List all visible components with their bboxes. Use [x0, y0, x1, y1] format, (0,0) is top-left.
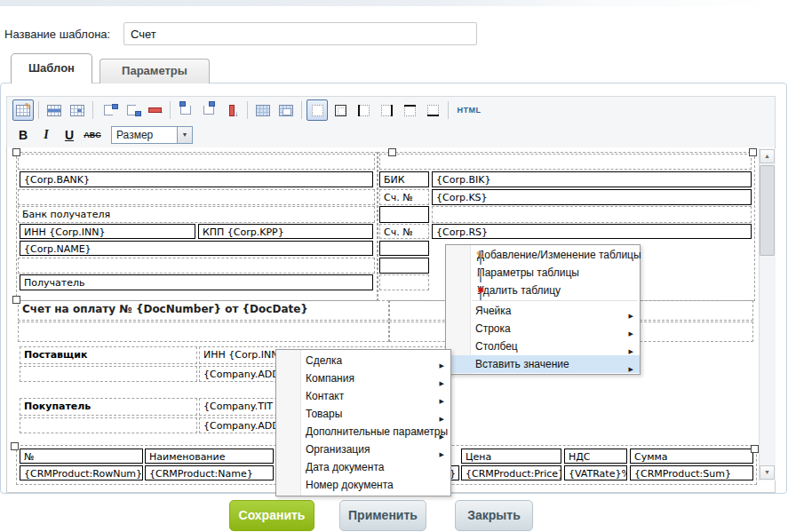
menu-item-insert-value[interactable]: Вставить значение ▶ — [446, 355, 640, 373]
corp-bik-cell[interactable]: {Corp.BIK} — [432, 171, 752, 187]
product-rownum-cell[interactable]: {CRMProduct:RowNum} — [20, 465, 143, 480]
bold-button[interactable]: B — [12, 124, 34, 146]
insert-column-after-button[interactable] — [198, 99, 219, 121]
corp-rs-cell[interactable]: {Corp.RS} — [432, 224, 752, 239]
tab-template[interactable]: Шаблон — [11, 53, 92, 83]
product-name-cell[interactable]: {CRMProduct:Name} — [145, 465, 274, 480]
editor-scrollbar-thumb[interactable] — [760, 165, 775, 256]
menu-item-contact[interactable]: Контакт ▶ — [276, 387, 450, 405]
split-cells-button[interactable] — [252, 99, 274, 121]
empty-cell[interactable] — [379, 241, 429, 256]
toolbar-separator — [247, 101, 248, 119]
menu-item-products[interactable]: Товары ▶ — [276, 405, 450, 423]
ks-label-cell[interactable]: Сч. № — [379, 189, 429, 205]
border-right-button[interactable] — [376, 99, 397, 121]
menu-item-delete-table[interactable]: ✱ Удалить таблицу — [446, 282, 640, 299]
menu-item-deal[interactable]: Сделка ▶ — [276, 352, 450, 369]
empty-cell[interactable] — [18, 189, 375, 205]
menu-item-label: Дата документа — [306, 461, 384, 473]
resize-handle[interactable] — [751, 445, 759, 453]
empty-cell[interactable] — [379, 274, 429, 290]
col-price-header-cell[interactable]: Цена — [461, 449, 561, 464]
bank-recipient-cell[interactable]: Банк получателя — [18, 206, 375, 223]
toolbar-separator — [38, 101, 39, 119]
kpp-cell[interactable]: КПП {Corp.KPP} — [198, 224, 373, 239]
corp-bank-cell[interactable]: {Corp.BANK} — [20, 171, 373, 187]
corp-name-cell[interactable]: {Corp.NAME} — [20, 241, 373, 256]
row-after-icon — [127, 105, 136, 115]
chevron-down-icon[interactable]: ▼ — [177, 127, 192, 143]
insert-row-after-button[interactable] — [121, 99, 142, 121]
empty-cell[interactable] — [379, 258, 429, 274]
col-name-header-cell[interactable]: Наименование — [145, 449, 274, 464]
insert-column-before-button[interactable] — [175, 99, 196, 121]
resize-handle[interactable] — [12, 148, 20, 156]
insert-row-before-button[interactable] — [98, 99, 119, 121]
resize-handle[interactable] — [388, 148, 396, 156]
merge-cells-button[interactable] — [275, 99, 297, 121]
menu-item-cell[interactable]: Ячейка ▶ — [446, 302, 640, 320]
col-num-header-cell[interactable]: № — [20, 449, 143, 464]
col-sum-header-cell[interactable]: Сумма — [630, 449, 753, 464]
insert-edit-table-button[interactable]: ✎ — [12, 99, 34, 121]
empty-cell[interactable] — [18, 154, 375, 170]
borders-none-button[interactable] — [306, 99, 328, 121]
close-button[interactable]: Закрыть — [455, 500, 533, 531]
table-cell-properties-button[interactable] — [67, 99, 88, 121]
invoice-title-cell[interactable]: Счет на оплату № {DocNumber} от {DocDate… — [22, 303, 308, 315]
menu-item-additional-params[interactable]: Дополнительные параметры ▶ — [276, 423, 450, 441]
product-price-cell[interactable]: {CRMProduct:Price} — [461, 465, 561, 480]
borders-outer-button[interactable] — [330, 99, 351, 121]
bik-label-cell[interactable]: БИК — [379, 171, 429, 187]
menu-item-label: Параметры таблицы — [477, 266, 579, 279]
menu-item-add-edit-table[interactable]: ✎ Добавление/Изменение таблицы — [446, 246, 640, 264]
empty-cell[interactable] — [432, 206, 752, 223]
underline-button[interactable]: U — [59, 124, 80, 146]
resize-handle[interactable] — [749, 148, 757, 156]
table-row-properties-button[interactable] — [44, 99, 65, 121]
apply-button[interactable]: Применить — [339, 500, 426, 531]
menu-item-column[interactable]: Столбец ▶ — [446, 337, 640, 355]
html-source-button[interactable]: HTML — [453, 99, 485, 121]
product-vat-cell[interactable]: {VATRate}% — [564, 465, 627, 480]
supplier-label-cell[interactable]: Поставщик — [20, 346, 197, 364]
empty-cell[interactable] — [20, 366, 197, 382]
empty-cell[interactable] — [379, 206, 429, 223]
menu-item-document-number[interactable]: Номер документа — [276, 476, 450, 494]
border-top-button[interactable] — [399, 99, 420, 121]
menu-item-document-date[interactable]: Дата документа — [276, 458, 450, 476]
menu-item-row[interactable]: Строка ▶ — [446, 320, 640, 337]
menu-item-label: Номер документа — [306, 479, 394, 491]
strikethrough-button[interactable]: ABC — [82, 124, 103, 146]
save-button[interactable]: Сохранить — [229, 500, 314, 531]
empty-cell[interactable] — [18, 322, 389, 342]
template-name-input[interactable] — [123, 22, 477, 45]
delete-column-button[interactable]: ↓ — [221, 99, 243, 121]
font-size-value: Размер — [116, 129, 153, 141]
font-size-select[interactable]: Размер ▼ — [111, 126, 193, 144]
empty-cell[interactable] — [20, 417, 197, 433]
border-bottom-button[interactable] — [422, 99, 443, 121]
empty-cell[interactable] — [18, 258, 375, 274]
rs-label-cell[interactable]: Сч. № — [379, 224, 429, 239]
corp-ks-cell[interactable]: {Corp.KS} — [432, 189, 752, 205]
buyer-label-cell[interactable]: Покупатель — [20, 398, 197, 416]
product-sum-cell[interactable]: {CRMProduct:Sum} — [630, 465, 753, 480]
resize-handle[interactable] — [12, 296, 20, 304]
scroll-up-icon[interactable]: ▲ — [760, 149, 775, 163]
underline-label: U — [60, 128, 79, 142]
resize-handle[interactable] — [11, 442, 19, 450]
inn-cell[interactable]: ИНН {Corp.INN} — [20, 224, 195, 239]
empty-cell[interactable] — [379, 154, 752, 170]
scroll-down-icon[interactable]: ▼ — [760, 465, 775, 480]
row-properties-icon — [47, 105, 61, 116]
border-left-button[interactable] — [353, 99, 374, 121]
menu-item-table-properties[interactable]: ☞ Параметры таблицы — [446, 264, 640, 282]
delete-row-button[interactable]: → — [144, 99, 165, 121]
italic-button[interactable]: I — [36, 124, 57, 146]
tab-parameters[interactable]: Параметры — [99, 59, 210, 83]
recipient-cell[interactable]: Получатель — [20, 274, 373, 290]
menu-item-company[interactable]: Компания ▶ — [276, 369, 450, 387]
menu-item-organization[interactable]: Организация ▶ — [276, 441, 450, 458]
col-vat-header-cell[interactable]: НДС — [564, 449, 627, 464]
